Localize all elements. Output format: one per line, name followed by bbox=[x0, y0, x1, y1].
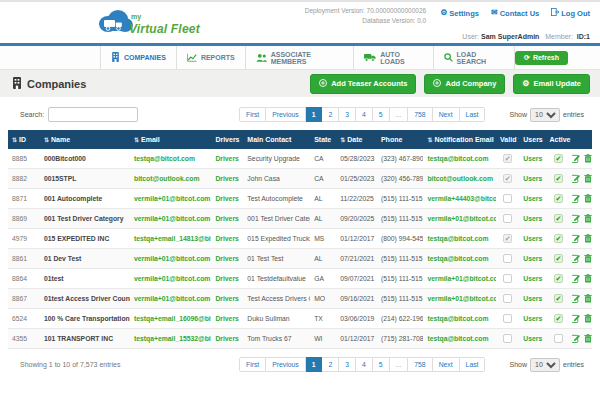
column-header-id[interactable]: ⇅ID bbox=[8, 130, 40, 149]
users-link[interactable]: Users bbox=[523, 295, 542, 302]
page-number-758[interactable]: 758 bbox=[408, 107, 432, 122]
notification-email-link[interactable]: vermila+01@bitcot.com bbox=[427, 215, 496, 222]
page-number-4[interactable]: 4 bbox=[356, 357, 373, 372]
users-link[interactable]: Users bbox=[523, 335, 542, 342]
page-number-3[interactable]: 3 bbox=[339, 357, 356, 372]
drivers-link[interactable]: Drivers bbox=[215, 335, 238, 342]
nav-tab-associate-members[interactable]: ASSOCIATE MEMBERS bbox=[246, 46, 354, 69]
edit-icon[interactable] bbox=[572, 254, 581, 263]
page-previous[interactable]: Previous bbox=[266, 107, 305, 122]
active-checkbox[interactable]: ✔ bbox=[554, 234, 563, 243]
email-link[interactable]: vermila+01@bitcot.com bbox=[134, 275, 210, 282]
page-number-5[interactable]: 5 bbox=[373, 357, 390, 372]
page-number-2[interactable]: 2 bbox=[322, 107, 339, 122]
column-header-email[interactable]: ⇅Email bbox=[130, 130, 211, 149]
page-first[interactable]: First bbox=[239, 107, 266, 122]
trash-icon[interactable] bbox=[584, 294, 592, 303]
notification-email-link[interactable]: testqa@bitcot.com bbox=[427, 255, 488, 262]
edit-icon[interactable] bbox=[572, 234, 581, 243]
valid-checkbox[interactable]: ✔ bbox=[503, 234, 512, 243]
page-number-2[interactable]: 2 bbox=[322, 357, 339, 372]
edit-icon[interactable] bbox=[572, 194, 581, 203]
valid-checkbox[interactable] bbox=[503, 334, 512, 343]
search-input[interactable] bbox=[48, 107, 138, 122]
edit-icon[interactable] bbox=[572, 214, 581, 223]
notification-email-link[interactable]: vermila+44403@bitcot.com bbox=[427, 195, 496, 202]
active-checkbox[interactable]: ✔ bbox=[554, 194, 563, 203]
users-link[interactable]: Users bbox=[523, 315, 542, 322]
active-checkbox[interactable]: ✔ bbox=[554, 174, 563, 183]
trash-icon[interactable] bbox=[584, 314, 592, 323]
users-link[interactable]: Users bbox=[523, 235, 542, 242]
page-next[interactable]: Next bbox=[433, 357, 460, 372]
add-company-button[interactable]: Add Company bbox=[424, 74, 505, 94]
email-link[interactable]: vermila+01@bitcot.com bbox=[134, 215, 210, 222]
page-first[interactable]: First bbox=[239, 357, 266, 372]
column-header-name[interactable]: ⇅Name bbox=[40, 130, 130, 149]
users-link[interactable]: Users bbox=[523, 195, 542, 202]
email-update-button[interactable]: ⚙ Email Update bbox=[513, 74, 590, 94]
refresh-button[interactable]: ⟳ Refresh bbox=[515, 51, 568, 65]
drivers-link[interactable]: Drivers bbox=[215, 255, 238, 262]
notification-email-link[interactable]: vermila+01@bitcot.com bbox=[427, 295, 496, 302]
notification-email-link[interactable]: bitcot@outlook.com bbox=[427, 175, 493, 182]
active-checkbox[interactable] bbox=[554, 334, 563, 343]
drivers-link[interactable]: Drivers bbox=[215, 275, 238, 282]
notification-email-link[interactable]: testqa@bitcot.com bbox=[427, 155, 488, 162]
edit-icon[interactable] bbox=[572, 314, 581, 323]
active-checkbox[interactable]: ✔ bbox=[554, 214, 563, 223]
valid-checkbox[interactable] bbox=[503, 294, 512, 303]
page-number-1[interactable]: 1 bbox=[306, 357, 323, 372]
notification-email-link[interactable]: testqa@bitcot.com bbox=[427, 315, 488, 322]
users-link[interactable]: Users bbox=[523, 275, 542, 282]
active-checkbox[interactable]: ✔ bbox=[554, 274, 563, 283]
trash-icon[interactable] bbox=[584, 174, 592, 183]
valid-checkbox[interactable]: ✔ bbox=[503, 174, 512, 183]
nav-tab-auto-loads[interactable]: AUTO LOADS bbox=[354, 46, 433, 69]
edit-icon[interactable] bbox=[572, 274, 581, 283]
users-link[interactable]: Users bbox=[523, 215, 542, 222]
edit-icon[interactable] bbox=[572, 174, 581, 183]
valid-checkbox[interactable] bbox=[503, 314, 512, 323]
page-previous[interactable]: Previous bbox=[266, 357, 305, 372]
nav-tab-reports[interactable]: REPORTS bbox=[177, 46, 246, 69]
notification-email-link[interactable]: testqa@bitcot.com bbox=[427, 235, 488, 242]
drivers-link[interactable]: Drivers bbox=[215, 315, 238, 322]
page-last[interactable]: Last bbox=[460, 107, 486, 122]
trash-icon[interactable] bbox=[584, 194, 592, 203]
email-link[interactable]: testqa+email_15532@bitcot.com bbox=[134, 335, 211, 342]
active-checkbox[interactable]: ✔ bbox=[554, 294, 563, 303]
trash-icon[interactable] bbox=[584, 334, 592, 343]
contact-us-link[interactable]: ✉ Contact Us bbox=[491, 8, 539, 18]
email-link[interactable]: bitcot@outlook.com bbox=[134, 175, 200, 182]
trash-icon[interactable] bbox=[584, 154, 592, 163]
edit-icon[interactable] bbox=[572, 334, 581, 343]
page-number-5[interactable]: 5 bbox=[373, 107, 390, 122]
drivers-link[interactable]: Drivers bbox=[215, 175, 238, 182]
email-link[interactable]: testqa+email_16096@bitcot.com bbox=[134, 315, 211, 322]
notification-email-link[interactable]: testqa@bitcot.com bbox=[427, 335, 488, 342]
page-size-select[interactable]: 10 bbox=[530, 358, 560, 372]
logout-link[interactable]: Log Out bbox=[551, 8, 590, 18]
page-last[interactable]: Last bbox=[460, 357, 486, 372]
page-number-4[interactable]: 4 bbox=[356, 107, 373, 122]
email-link[interactable]: testqa+email_14813@bitcot.com bbox=[134, 235, 211, 242]
valid-checkbox[interactable] bbox=[503, 194, 512, 203]
users-link[interactable]: Users bbox=[523, 255, 542, 262]
email-link[interactable]: vermila+01@bitcot.com bbox=[134, 255, 210, 262]
trash-icon[interactable] bbox=[584, 234, 592, 243]
column-header-notification-email[interactable]: ⇅Notification Email bbox=[423, 130, 496, 149]
drivers-link[interactable]: Drivers bbox=[215, 195, 238, 202]
email-link[interactable]: vermila+01@bitcot.com bbox=[134, 195, 210, 202]
page-number-1[interactable]: 1 bbox=[306, 107, 323, 122]
page-number-758[interactable]: 758 bbox=[408, 357, 432, 372]
email-link[interactable]: vermila+01@bitcot.com bbox=[134, 295, 210, 302]
edit-icon[interactable] bbox=[572, 154, 581, 163]
edit-icon[interactable] bbox=[572, 294, 581, 303]
trash-icon[interactable] bbox=[584, 274, 592, 283]
drivers-link[interactable]: Drivers bbox=[215, 235, 238, 242]
notification-email-link[interactable]: vermila+01@bitcot.com bbox=[427, 275, 496, 282]
page-number-3[interactable]: 3 bbox=[339, 107, 356, 122]
nav-tab-companies[interactable]: COMPANIES bbox=[100, 46, 177, 69]
nav-tab-load-search[interactable]: LOAD SEARCH bbox=[434, 46, 515, 69]
